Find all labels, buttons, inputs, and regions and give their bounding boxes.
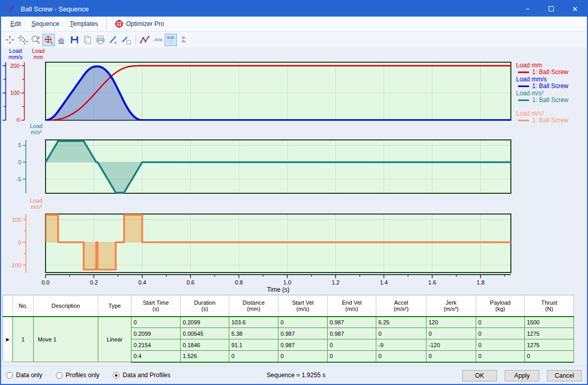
cell-seg2-col7[interactable]: 0.987: [278, 328, 328, 339]
close-button[interactable]: ✕: [563, 1, 587, 17]
radio-circle-icon[interactable]: [113, 372, 120, 379]
cell-seg1-col8[interactable]: 0.987: [328, 317, 376, 328]
ok-button[interactable]: OK: [462, 370, 497, 381]
radio-profiles-only[interactable]: Profiles only: [56, 372, 99, 379]
cell-seg2-col12[interactable]: 1275: [525, 328, 574, 339]
cell-seg3-col8[interactable]: 0: [328, 339, 376, 351]
cell-no[interactable]: 1: [13, 317, 34, 362]
cell-seg3-col4[interactable]: 0.2154: [131, 339, 181, 351]
radio-data-only[interactable]: Data only: [6, 372, 42, 379]
cell-seg4-col12[interactable]: 0: [525, 351, 574, 362]
axis-header-velocity: Load mm/s: [4, 48, 27, 60]
cell-seg1-col9[interactable]: 6.25: [376, 317, 427, 328]
legend-line-swatch: [518, 120, 529, 121]
cell-seg2-col10[interactable]: 0: [427, 328, 476, 339]
dual-crosshair-icon[interactable]: [17, 34, 29, 46]
column-header-payload: Payload(kg): [476, 295, 525, 317]
cell-seg3-col9[interactable]: -9: [376, 339, 427, 351]
cell-seg4-col9[interactable]: 0: [376, 351, 427, 362]
y-tick-label: -100: [10, 262, 21, 268]
legend-series-row: 1: Ball Screw: [518, 117, 568, 124]
cell-seg4-col4[interactable]: 0.4: [131, 351, 181, 362]
cell-seg2-col6[interactable]: 5.38: [229, 328, 278, 339]
edit-pencil-icon[interactable]: [107, 34, 120, 46]
radio-circle-icon[interactable]: [6, 372, 13, 379]
cell-seg4-col5[interactable]: 1.526: [181, 351, 229, 362]
minimize-button[interactable]: −: [516, 1, 539, 17]
cell-seg2-col11[interactable]: 0: [476, 328, 525, 339]
copy-icon[interactable]: [81, 34, 94, 46]
zoom-pan-icon[interactable]: [42, 34, 55, 46]
cell-seg2-col8[interactable]: 0.987: [328, 328, 376, 339]
menu-item-edit[interactable]: Edit: [5, 18, 26, 30]
x-tick-label: 1.2: [332, 279, 340, 286]
cell-seg1-col10[interactable]: 120: [427, 317, 476, 328]
curve-points-icon[interactable]: [139, 34, 151, 46]
current-row-arrow-icon: ▶: [5, 337, 10, 342]
menu-item-optimizer-pro[interactable]: Optimizer Pro: [110, 17, 169, 31]
cell-seg1-col4[interactable]: 0: [131, 317, 181, 328]
cell-seg2-col9[interactable]: 0: [376, 328, 427, 339]
zoom-in-out-icon[interactable]: ±: [30, 34, 42, 46]
optimizer-pro-target-icon: [115, 20, 123, 28]
cell-seg1-col5[interactable]: 0.2099: [181, 317, 229, 328]
cell-seg1-col11[interactable]: 0: [476, 317, 525, 328]
cell-seg4-col6[interactable]: 0: [229, 351, 278, 362]
save-icon[interactable]: [68, 34, 81, 46]
cell-description[interactable]: Move 1: [34, 317, 98, 362]
legend-series-label: 1: Ball Screw: [532, 97, 568, 104]
cell-type[interactable]: Linear: [98, 317, 131, 362]
cell-seg3-col7[interactable]: 0.987: [278, 339, 328, 351]
legend-entry: Load m/s³1: Ball Screw: [516, 110, 568, 124]
legend-series-row: 1: Ball Screw: [518, 97, 568, 104]
axis-header-position: Load mm: [26, 48, 50, 60]
cell-seg3-col5[interactable]: 0.1846: [181, 339, 229, 351]
radio-circle-icon[interactable]: [56, 372, 63, 379]
legend-series-label: 1: Ball Screw: [532, 69, 568, 76]
maximize-button[interactable]: [539, 1, 563, 17]
radio-data-and-profiles[interactable]: Data and Profiles: [113, 372, 170, 379]
y-tick-label: 0: [18, 159, 21, 165]
app-window: Ball Screw - Sequence − ✕ EditSequenceTe…: [0, 0, 588, 385]
cell-seg4-col10[interactable]: 0: [427, 351, 476, 362]
edit-pencil-note-icon[interactable]: [120, 34, 133, 46]
x-axis: 0.00.20.40.60.81.01.21.41.61.8Time (s): [1, 274, 512, 296]
cell-seg3-col11[interactable]: 0: [476, 339, 525, 351]
axes-overlay-dotted-icon[interactable]: ..V₂V₁: [152, 34, 164, 46]
cell-seg3-col6[interactable]: 91.1: [229, 339, 278, 351]
cell-seg2-col5[interactable]: 0.00545: [181, 328, 229, 339]
window-title: Ball Screw - Sequence: [21, 5, 516, 13]
cell-seg1-col12[interactable]: 1500: [525, 317, 574, 328]
y-axis-2-0: 1000-100: [10, 214, 26, 273]
column-header-thrust: Thrust(N): [525, 295, 574, 317]
axes-stacked-icon[interactable]: V₁ V₂: [178, 34, 190, 46]
sequence-total-label: Sequence = 1.9255 s: [244, 372, 348, 379]
y-tick-label: 100: [12, 217, 21, 223]
menu-bar: EditSequenceTemplatesOptimizer Pro: [1, 17, 587, 32]
print-icon[interactable]: [94, 34, 107, 46]
menu-item-sequence[interactable]: Sequence: [26, 18, 65, 30]
cell-seg2-col4[interactable]: 0.2099: [131, 328, 181, 339]
cell-seg4-col8[interactable]: 0: [328, 351, 376, 362]
cell-seg4-col7[interactable]: 0: [278, 351, 328, 362]
cell-seg3-col10[interactable]: -120: [427, 339, 476, 351]
pan-hand-icon[interactable]: [55, 34, 68, 46]
chart-position-velocity: 05001,0000100200: [1, 62, 512, 122]
y-axis-1-0: 50-5: [16, 140, 26, 193]
cell-seg4-col11[interactable]: 0: [476, 351, 525, 362]
cell-seg1-col6[interactable]: 103.6: [229, 317, 278, 328]
y-tick-label: 0: [18, 239, 21, 246]
toolbar: ± ..V₂V₁: [1, 32, 587, 48]
cell-seg3-col12[interactable]: 1275: [525, 339, 574, 351]
x-tick-label: 1.6: [428, 279, 436, 286]
apply-button[interactable]: Apply: [505, 370, 539, 381]
cell-seg1-col7[interactable]: 0: [278, 317, 328, 328]
axes-overlay-icon[interactable]: V₂V₁ ⋮: [165, 34, 177, 46]
row-selector[interactable]: ▶: [3, 317, 13, 362]
cancel-button[interactable]: Cancel: [547, 370, 582, 381]
footer-bar: Data onlyProfiles onlyData and Profiles …: [1, 366, 587, 384]
menu-item-templates[interactable]: Templates: [65, 18, 104, 30]
legend-entry: Load mm1: Ball Screw: [516, 62, 568, 76]
crosshair-cursor-icon[interactable]: [4, 34, 16, 46]
legend-series-row: 1: Ball Screw: [518, 83, 568, 90]
